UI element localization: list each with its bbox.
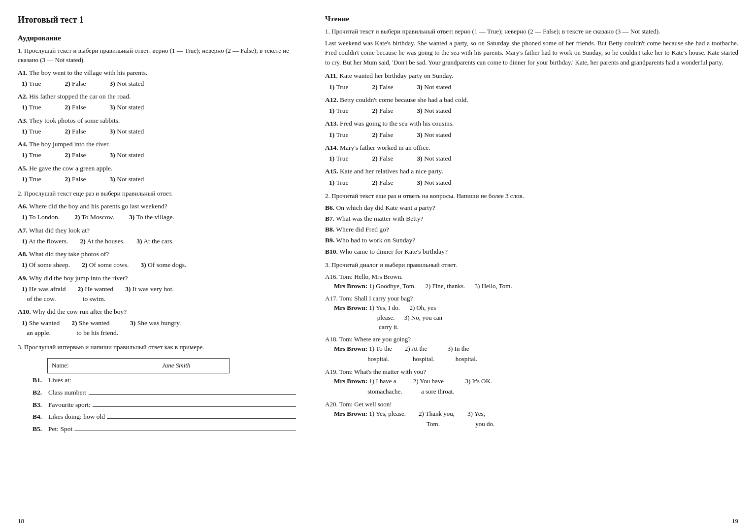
question-a1: A1. The boy went to the village with his… <box>18 68 296 89</box>
question-a3: A3. They took photos of some rabbits. 1)… <box>18 116 296 137</box>
question-a4: A4. The boy jumped into the river. 1) Tr… <box>18 139 296 161</box>
dialog-a17: A17. Tom: Shall I carry your bag? Mrs Br… <box>325 294 738 332</box>
question-a7: A7. What did they look at? 1) At the flo… <box>18 226 296 247</box>
b4-row: B4. Likes doing: how old <box>33 411 296 423</box>
page-number-left: 18 <box>18 517 24 525</box>
section3-instruction: 3. Прослушай интервью и напиши правильны… <box>18 343 296 352</box>
dialog-a16: A16. Tom: Hello, Mrs Brown. Mrs Brown: 1… <box>325 272 738 291</box>
reading-text: Last weekend was Kate's birthday. She wa… <box>325 38 738 67</box>
question-a14: A14. Mary's father worked in an office. … <box>325 143 738 164</box>
section1-instruction: 1. Прослушай текст и выбери правильный о… <box>18 46 296 65</box>
question-a2: A2. His father stopped the car on the ro… <box>18 92 296 113</box>
reading-section3: 3. Прочитай диалог и выбери правильный о… <box>325 261 738 430</box>
section2-instruction: 2. Прослушай текст ещё раз и выбери прав… <box>18 189 296 199</box>
interview-table: Name: Jane Smith <box>47 358 230 373</box>
dialog-a20: A20. Tom: Get well soon! Mrs Brown: 1) Y… <box>325 399 738 430</box>
section1-title: Аудирование <box>18 34 296 42</box>
test-title: Итоговый тест 1 <box>18 15 296 25</box>
section3: 3. Прослушай интервью и напиши правильны… <box>18 343 296 435</box>
section3-dialog-instruction: 3. Прочитай диалог и выбери правильный о… <box>325 261 738 270</box>
question-a15: A15. Kate and her relatives had a nice p… <box>325 166 738 188</box>
b5-row: B5. Pet: Spot <box>33 423 296 435</box>
question-a11: A11. Kate wanted her birthday party on S… <box>325 71 738 92</box>
section2: 2. Прослушай текст ещё раз и выбери прав… <box>18 189 296 338</box>
b1-row: B1. Lives at: <box>33 374 296 386</box>
left-page: Итоговый тест 1 Аудирование 1. Прослушай… <box>0 0 310 532</box>
dialog-a19: A19. Tom: What's the matter with you? Mr… <box>325 367 738 397</box>
right-title: Чтение <box>325 15 738 23</box>
question-a8: A8. What did they take photos of? 1) Of … <box>18 249 296 270</box>
page-number-right: 19 <box>732 517 738 525</box>
reading-section1: 1. Прочитай текст и выбери правильный от… <box>325 27 738 188</box>
b2-row: B2. Class number: <box>33 387 296 399</box>
question-a6: A6. Where did the boy and his parents go… <box>18 201 296 223</box>
section2-reading-instruction: 2. Прочитай текст еще раз и ответь на во… <box>325 192 738 201</box>
reading-section2: 2. Прочитай текст еще раз и ответь на во… <box>325 192 738 257</box>
reading-instruction: 1. Прочитай текст и выбери правильный от… <box>325 27 738 36</box>
question-a5: A5. He gave the cow a green apple. 1) Tr… <box>18 164 296 185</box>
right-page: Чтение 1. Прочитай текст и выбери правил… <box>310 0 756 532</box>
question-a9: A9. Why did the boy jump into the river?… <box>18 273 296 304</box>
question-a10: A10. Why did the cow run after the boy? … <box>18 307 296 338</box>
question-a13: A13. Fred was going to the sea with his … <box>325 119 738 140</box>
question-a12: A12. Betty couldn't come because she had… <box>325 95 738 116</box>
section1: 1. Прослушай текст и выбери правильный о… <box>18 46 296 184</box>
b3-row: B3. Favourite sport: <box>33 399 296 411</box>
dialog-a18: A18. Tom: Where are you going? Mrs Brown… <box>325 334 738 365</box>
